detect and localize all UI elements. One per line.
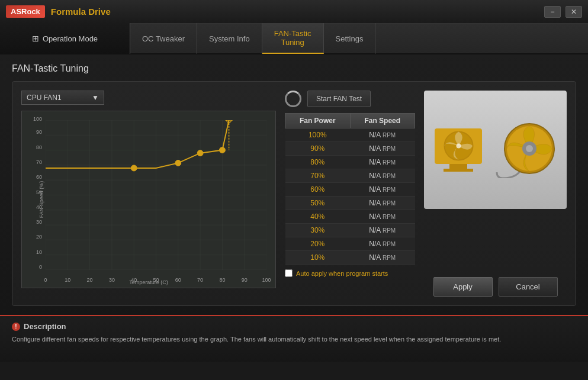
fan-table: Fan Power Fan Speed 100% N/A RPM 90% N/A… — [285, 113, 415, 265]
apply-button[interactable]: Apply — [433, 277, 493, 297]
x-tick-40: 40 — [131, 277, 137, 283]
cell-power-2: 80% — [285, 156, 351, 169]
y-tick-10: 10 — [36, 249, 42, 255]
cell-power-9: 10% — [285, 251, 351, 265]
chevron-down-icon: ▼ — [92, 94, 99, 102]
nav-settings[interactable]: Settings — [324, 23, 376, 54]
cell-speed-6: N/A RPM — [350, 210, 415, 224]
table-row: 20% N/A RPM — [285, 237, 415, 251]
svg-point-24 — [197, 150, 203, 156]
cell-speed-9: N/A RPM — [350, 251, 415, 265]
auto-apply-text-start: Auto apply — [296, 270, 329, 277]
y-tick-100: 100 — [33, 116, 42, 122]
big-fan-group — [491, 122, 556, 178]
cell-speed-2: N/A RPM — [350, 156, 415, 169]
svg-point-22 — [131, 165, 137, 171]
monitor-fan-group — [435, 128, 482, 172]
fan-dropdown[interactable]: CPU FAN1 ▼ — [21, 91, 104, 105]
table-row: 80% N/A RPM — [285, 156, 415, 169]
cell-power-1: 90% — [285, 142, 351, 156]
y-tick-0: 0 — [39, 264, 42, 270]
monitor-body — [435, 128, 482, 164]
settings-label: Settings — [336, 34, 364, 43]
cell-speed-1: N/A RPM — [350, 142, 415, 156]
x-tick-70: 70 — [197, 277, 203, 283]
table-row: 60% N/A RPM — [285, 183, 415, 197]
system-info-label: System Info — [209, 34, 250, 43]
y-tick-40: 40 — [36, 204, 42, 210]
table-row: 90% N/A RPM — [285, 142, 415, 156]
chart-svg[interactable] — [46, 120, 266, 270]
nav-fan-tuning[interactable]: FAN-TasticTuning — [262, 23, 324, 54]
auto-apply-checkbox[interactable] — [285, 269, 293, 277]
svg-point-23 — [175, 160, 181, 166]
main-panel: CPU FAN1 ▼ FAN Speed (%) Temperature (C)… — [12, 81, 576, 306]
oc-tweaker-label: OC Tweaker — [142, 34, 185, 43]
x-tick-10: 10 — [65, 277, 70, 283]
y-tick-70: 70 — [36, 159, 42, 165]
titlebar-controls: − ✕ — [544, 6, 582, 18]
cell-power-6: 40% — [285, 210, 351, 224]
x-tick-100: 100 — [262, 277, 271, 283]
auto-apply-text-highlight: when program starts — [329, 270, 388, 277]
auto-apply-row: Auto apply when program starts — [285, 269, 415, 277]
cell-power-7: 30% — [285, 224, 351, 237]
asrock-logo: ASRock — [6, 5, 45, 18]
table-row: 40% N/A RPM — [285, 210, 415, 224]
close-button[interactable]: ✕ — [565, 6, 582, 18]
page-content: FAN-Tastic Tuning CPU FAN1 ▼ FAN Speed (… — [0, 54, 588, 315]
svg-point-34 — [526, 145, 533, 152]
cell-power-0: 100% — [285, 128, 351, 142]
x-tick-30: 30 — [109, 277, 115, 283]
y-tick-30: 30 — [36, 219, 42, 225]
nav-system-info[interactable]: System Info — [197, 23, 262, 54]
chart-container: FAN Speed (%) Temperature (C) 0 10 20 30… — [21, 111, 276, 288]
table-row: 100% N/A RPM — [285, 128, 415, 142]
fan-tuning-label: FAN-TasticTuning — [274, 29, 311, 47]
action-buttons: Apply Cancel — [424, 277, 567, 297]
cancel-button[interactable]: Cancel — [499, 277, 558, 297]
chart-section: CPU FAN1 ▼ FAN Speed (%) Temperature (C)… — [21, 91, 276, 297]
operation-mode-label: Operation Mode — [43, 34, 98, 43]
table-row: 50% N/A RPM — [285, 197, 415, 210]
cell-speed-8: N/A RPM — [350, 237, 415, 251]
fan-illustration — [424, 91, 567, 209]
table-row: 30% N/A RPM — [285, 224, 415, 237]
monitor-fan-svg — [442, 130, 475, 162]
cell-power-5: 50% — [285, 197, 351, 210]
x-tick-80: 80 — [219, 277, 225, 283]
cell-speed-7: N/A RPM — [350, 224, 415, 237]
x-tick-50: 50 — [153, 277, 159, 283]
y-axis: 0 10 20 30 40 50 60 70 80 90 100 — [22, 120, 44, 270]
big-fan-svg — [491, 122, 556, 178]
cell-speed-0: N/A RPM — [350, 128, 415, 142]
description-text: Configure different fan speeds for respe… — [12, 334, 576, 345]
cell-power-4: 60% — [285, 183, 351, 197]
image-section: Apply Cancel — [424, 91, 567, 297]
x-tick-20: 20 — [87, 277, 93, 283]
y-tick-50: 50 — [36, 189, 42, 195]
start-fan-test-button[interactable]: Start FAN Test — [307, 91, 371, 107]
x-tick-0: 0 — [44, 277, 47, 283]
y-tick-20: 20 — [36, 234, 42, 240]
description-title: Description — [12, 322, 576, 331]
table-section: Start FAN Test Fan Power Fan Speed 100% … — [285, 91, 415, 297]
col-fan-speed: Fan Speed — [350, 114, 415, 128]
x-tick-90: 90 — [242, 277, 248, 283]
col-fan-power: Fan Power — [285, 114, 351, 128]
page-title: FAN-Tastic Tuning — [12, 63, 576, 74]
minimize-button[interactable]: − — [544, 6, 561, 18]
nav-oc-tweaker[interactable]: OC Tweaker — [130, 23, 197, 54]
cell-speed-4: N/A RPM — [350, 183, 415, 197]
auto-apply-label: Auto apply when program starts — [296, 270, 388, 277]
titlebar-left: ASRock Formula Drive — [6, 5, 111, 18]
y-tick-60: 60 — [36, 174, 42, 180]
table-row: 10% N/A RPM — [285, 251, 415, 265]
fan-table-body: 100% N/A RPM 90% N/A RPM 80% N/A RPM 70%… — [285, 128, 415, 265]
cell-power-8: 20% — [285, 237, 351, 251]
fan-dropdown-value: CPU FAN1 — [27, 94, 62, 102]
nav-operation-mode[interactable]: ⊞ Operation Mode — [0, 23, 130, 54]
y-tick-80: 80 — [36, 144, 42, 150]
app-title: Formula Drive — [51, 7, 111, 17]
description-bar: Description Configure different fan spee… — [0, 315, 588, 362]
